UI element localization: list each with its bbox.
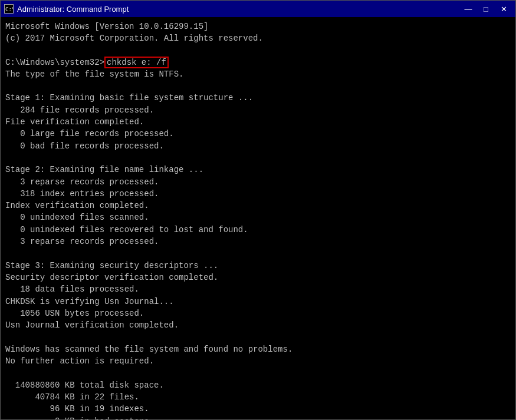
console-line: 0 bad file records processed.	[5, 140, 511, 152]
console-line: 18 data files processed.	[5, 283, 511, 295]
console-body[interactable]: Microsoft Windows [Version 10.0.16299.15…	[1, 17, 515, 419]
console-line: 3 reparse records processed.	[5, 236, 511, 247]
console-line: Security descriptor verification complet…	[5, 272, 511, 283]
console-empty-line	[5, 247, 511, 259]
title-bar: C:\ Administrator: Command Prompt — □ ✕	[1, 1, 515, 17]
title-bar-left: C:\ Administrator: Command Prompt	[4, 4, 129, 14]
console-line: 140880860 KB total disk space.	[5, 379, 511, 391]
console-line: Stage 1: Examining basic file system str…	[5, 92, 511, 104]
prompt-text: C:\Windows\system32>	[5, 58, 104, 67]
console-empty-line	[5, 152, 511, 164]
console-line: 3 reparse records processed.	[5, 176, 511, 188]
console-line: 40784 KB in 22 files.	[5, 391, 511, 403]
command-input[interactable]: chkdsk e: /f	[104, 57, 169, 68]
close-button[interactable]: ✕	[495, 2, 512, 15]
console-empty-line	[5, 367, 511, 379]
console-line: File verification completed.	[5, 116, 511, 128]
console-empty-line	[5, 45, 511, 57]
console-line: Index verification completed.	[5, 200, 511, 211]
minimize-button[interactable]: —	[460, 2, 476, 15]
console-line: CHKDSK is verifying Usn Journal...	[5, 296, 511, 307]
window: C:\ Administrator: Command Prompt — □ ✕ …	[0, 0, 516, 420]
console-line: (c) 2017 Microsoft Corporation. All righ…	[5, 32, 511, 44]
maximize-button[interactable]: □	[478, 2, 494, 15]
window-controls: — □ ✕	[460, 2, 512, 15]
console-line: 318 index entries processed.	[5, 188, 511, 200]
prompt-line: C:\Windows\system32> chkdsk e: /f	[5, 57, 511, 68]
console-line: Windows has scanned the file system and …	[5, 343, 511, 355]
console-line: Stage 2: Examining file name linkage ...	[5, 164, 511, 176]
console-line: Microsoft Windows [Version 10.0.16299.15…	[5, 21, 511, 32]
console-line: 0 KB in bad sectors.	[5, 415, 511, 420]
console-line: 0 large file records processed.	[5, 128, 511, 140]
console-line: 0 unindexed files scanned.	[5, 211, 511, 223]
console-line: No further action is required.	[5, 355, 511, 367]
console-line: Stage 3: Examining security descriptors …	[5, 260, 511, 272]
console-line: 96 KB in 19 indexes.	[5, 403, 511, 415]
console-empty-line	[5, 331, 511, 343]
cmd-icon: C:\	[4, 4, 14, 14]
svg-text:C:\: C:\	[5, 6, 13, 12]
console-line: 284 file records processed.	[5, 104, 511, 116]
console-line: The type of the file system is NTFS.	[5, 68, 511, 80]
window-title: Administrator: Command Prompt	[17, 5, 129, 14]
console-empty-line	[5, 80, 511, 92]
console-line: 0 unindexed files recovered to lost and …	[5, 224, 511, 236]
console-line: Usn Journal verification completed.	[5, 319, 511, 331]
console-line: 1056 USN bytes processed.	[5, 307, 511, 319]
